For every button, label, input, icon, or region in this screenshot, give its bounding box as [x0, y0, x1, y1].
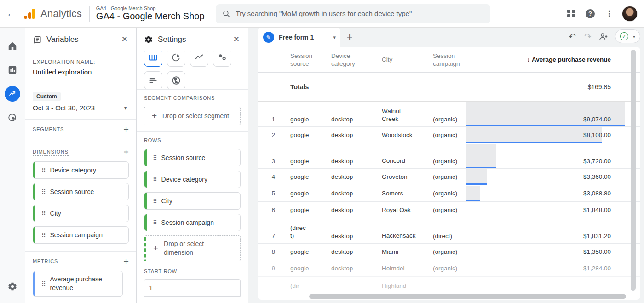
- row-chip-session-source[interactable]: ⠿ Session source: [144, 149, 241, 166]
- vertical-scrollbar[interactable]: [631, 50, 636, 291]
- technique-bar-icon[interactable]: [144, 71, 162, 90]
- dimension-chip-session-source[interactable]: ⠿ Session source: [33, 183, 129, 200]
- technique-table-icon[interactable]: [144, 51, 162, 67]
- plus-icon: +: [153, 243, 158, 253]
- table-row[interactable]: 1 google desktop Walnut Creek (organic) …: [258, 102, 640, 127]
- drop-dimension-zone[interactable]: + Drop or select dimension: [144, 235, 241, 261]
- variables-close-icon[interactable]: ✕: [120, 33, 130, 46]
- add-segment-icon[interactable]: +: [123, 125, 129, 134]
- totals-value: $169.85: [587, 83, 611, 91]
- dimension-chip-session-campaign[interactable]: ⠿ Session campaign: [33, 226, 129, 244]
- table-row[interactable]: 5 google desktop Somers (organic) $3,088…: [258, 185, 640, 202]
- drag-handle-icon[interactable]: ⠿: [41, 210, 46, 217]
- row-chip-label: Session source: [161, 154, 206, 161]
- date-range-type-badge: Custom: [33, 92, 61, 101]
- row-chip-device-category[interactable]: ⠿ Device category: [144, 171, 241, 188]
- header-metric-sortable[interactable]: ↓ Average purchase revenue: [466, 47, 640, 72]
- drag-handle-icon[interactable]: ⠿: [41, 232, 46, 239]
- settings-title: Settings: [158, 35, 186, 44]
- header-device-category: Device category: [320, 52, 370, 68]
- nav-explore-icon[interactable]: [3, 82, 22, 106]
- table-row[interactable]: 9 google desktop Holmdel (organic) $1,28…: [258, 260, 640, 277]
- tab-free-form-1[interactable]: ✎ Free form 1 ▾: [258, 28, 340, 47]
- drag-handle-icon[interactable]: ⠿: [41, 280, 46, 287]
- freeform-table-card: Session source Device category City Sess…: [258, 47, 640, 300]
- nav-reports-icon[interactable]: [3, 58, 22, 82]
- canvas-toolbar: ↶ ↷ ✓ ▾: [564, 28, 640, 47]
- topbar-actions: ? ⋮: [561, 4, 644, 23]
- more-options-icon[interactable]: ⋮: [600, 4, 619, 23]
- nav-admin-gear-icon[interactable]: [3, 274, 22, 298]
- back-arrow-icon[interactable]: ←: [2, 5, 20, 23]
- property-selector[interactable]: GA4 - Google Merch Shop GA4 - Google Mer…: [96, 6, 205, 22]
- table-row[interactable]: 4 google desktop Groveton (organic) $3,3…: [258, 169, 640, 185]
- edit-pencil-icon[interactable]: ✎: [263, 32, 274, 43]
- segment-comparisons-label: SEGMENT COMPARISONS: [144, 95, 215, 102]
- metrics-label: METRICS: [33, 258, 58, 265]
- help-icon[interactable]: ?: [581, 4, 600, 23]
- exploration-name-label: EXPLORATION NAME:: [33, 59, 129, 65]
- dimension-chip-city[interactable]: ⠿ City: [33, 205, 129, 222]
- row-chip-label: City: [161, 197, 172, 205]
- date-range-selector[interactable]: Oct 3 - Oct 30, 2023 ▾: [33, 104, 129, 112]
- chevron-down-icon: ▾: [124, 105, 129, 111]
- value-bar: [466, 102, 625, 126]
- variables-panel: Variables ✕ EXPLORATION NAME: Untitled e…: [25, 28, 137, 303]
- table-row[interactable]: 8 google desktop Miami (organic) $1,350.…: [258, 244, 640, 260]
- nav-rail: [0, 28, 25, 303]
- search-bar[interactable]: [216, 4, 490, 23]
- add-dimension-icon[interactable]: +: [123, 148, 129, 157]
- apps-grid-icon[interactable]: [561, 4, 581, 23]
- dimension-chip-label: City: [50, 210, 61, 217]
- share-user-add-icon[interactable]: [596, 29, 611, 44]
- row-chip-city[interactable]: ⠿ City: [144, 192, 241, 210]
- dimension-chip-label: Device category: [50, 166, 96, 174]
- table-row[interactable]: 3 google desktop Concord (organic) $3,72…: [258, 143, 640, 169]
- drag-handle-icon[interactable]: ⠿: [153, 198, 157, 205]
- exploration-canvas: ✎ Free form 1 ▾ + ↶ ↷ ✓: [248, 28, 644, 303]
- value-bar: [466, 169, 487, 185]
- redo-icon[interactable]: ↷: [580, 29, 596, 44]
- drag-handle-icon[interactable]: ⠿: [153, 176, 157, 183]
- drop-segment-text: Drop or select segment: [162, 112, 229, 120]
- settings-header: Settings ✕: [137, 28, 248, 51]
- horizontal-scrollbar[interactable]: [309, 294, 626, 299]
- topbar-divider: [89, 6, 90, 22]
- nav-home-icon[interactable]: [3, 34, 22, 58]
- exploration-name-value[interactable]: Untitled exploration: [33, 68, 129, 76]
- dimension-chip-device-category[interactable]: ⠿ Device category: [33, 161, 129, 179]
- variables-title: Variables: [46, 35, 79, 44]
- date-range-value: Oct 3 - Oct 30, 2023: [33, 104, 95, 112]
- value-bar: [466, 144, 496, 168]
- technique-line-icon[interactable]: [190, 51, 208, 67]
- settings-close-icon[interactable]: ✕: [231, 33, 242, 46]
- technique-geo-icon[interactable]: [167, 71, 185, 90]
- technique-donut-icon[interactable]: [167, 51, 185, 67]
- drop-segment-zone[interactable]: + Drop or select segment: [144, 107, 241, 125]
- table-row[interactable]: 2 google desktop Woodstock (organic) $8,…: [258, 127, 640, 143]
- search-input[interactable]: [236, 10, 484, 17]
- avatar[interactable]: [622, 6, 638, 22]
- technique-scatter-icon[interactable]: [213, 51, 231, 67]
- drag-handle-icon[interactable]: ⠿: [41, 189, 46, 195]
- undo-icon[interactable]: ↶: [564, 29, 580, 44]
- header-session-campaign: Session campaign: [421, 52, 466, 68]
- row-chip-session-campaign[interactable]: ⠿ Session campaign: [144, 214, 241, 231]
- saved-status-button[interactable]: ✓ ▾: [615, 29, 640, 43]
- add-metric-icon[interactable]: +: [123, 257, 129, 266]
- settings-panel: Settings ✕: [137, 28, 248, 303]
- start-row-input[interactable]: [144, 279, 241, 297]
- dimensions-label: DIMENSIONS: [33, 149, 69, 156]
- table-row[interactable]: 7 (direct) desktop Hackensack (direct) $…: [258, 218, 640, 244]
- metric-chip-average-purchase-revenue[interactable]: ⠿ Average purchase revenue: [33, 271, 123, 297]
- table-row[interactable]: 6 google desktop Royal Oak (organic) $1,…: [258, 202, 640, 218]
- drag-handle-icon[interactable]: ⠿: [153, 154, 157, 161]
- nav-advertising-icon[interactable]: [3, 106, 22, 130]
- brand-name: Analytics: [40, 8, 82, 20]
- drag-handle-icon[interactable]: ⠿: [153, 219, 157, 226]
- add-tab-icon[interactable]: +: [340, 28, 359, 47]
- chevron-down-icon[interactable]: ▾: [333, 34, 336, 40]
- rows-section: ROWS ⠿ Session source ⠿ Device category …: [137, 132, 248, 303]
- drag-handle-icon[interactable]: ⠿: [41, 167, 46, 174]
- drop-dimension-text: Drop or select dimension: [164, 240, 219, 257]
